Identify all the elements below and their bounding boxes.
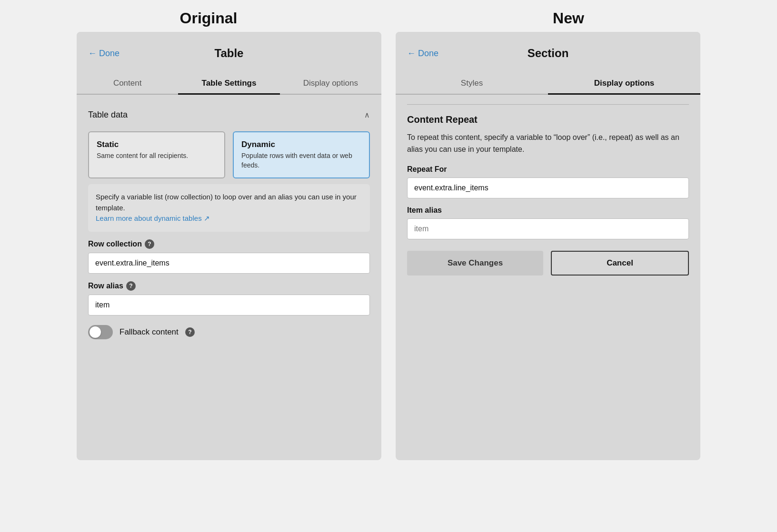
table-data-section-header: Table data ∧ <box>88 104 370 126</box>
dynamic-card[interactable]: Dynamic Populate rows with event data or… <box>233 131 370 178</box>
tab-table-settings[interactable]: Table Settings <box>178 73 279 94</box>
repeat-for-label: Repeat For <box>407 165 689 174</box>
save-changes-button[interactable]: Save Changes <box>407 251 543 276</box>
item-alias-group: Item alias <box>407 206 689 239</box>
content-repeat-desc: To repeat this content, specify a variab… <box>407 132 689 156</box>
row-collection-help-icon[interactable]: ? <box>145 239 154 249</box>
card-row: Static Same content for all recipients. … <box>88 131 370 178</box>
static-card-title: Static <box>97 140 217 149</box>
left-panel-header: ← Done Table <box>77 32 381 65</box>
left-done-link[interactable]: ← Done <box>88 49 120 59</box>
fallback-toggle-row: Fallback content ? <box>88 325 370 339</box>
tab-display-options-left[interactable]: Display options <box>280 73 381 94</box>
repeat-for-group: Repeat For <box>407 165 689 198</box>
fallback-help-icon[interactable]: ? <box>185 327 195 337</box>
tab-styles[interactable]: Styles <box>396 73 548 94</box>
toggle-knob <box>90 326 101 338</box>
dynamic-info-box: Specify a variable list (row collection)… <box>88 184 370 232</box>
left-panel-title: Table <box>215 47 244 60</box>
divider <box>407 104 689 105</box>
new-panel: ← Done Section Styles Display options Co… <box>396 32 700 460</box>
external-link-icon: ↗ <box>204 214 210 222</box>
repeat-for-input[interactable] <box>407 177 689 198</box>
row-alias-input[interactable] <box>88 295 370 315</box>
tab-display-options-right[interactable]: Display options <box>548 73 700 94</box>
table-data-label: Table data <box>88 110 128 120</box>
right-panel-body: Content Repeat To repeat this content, s… <box>396 95 700 285</box>
row-collection-input[interactable] <box>88 253 370 274</box>
right-done-link[interactable]: ← Done <box>407 49 438 59</box>
static-card-desc: Same content for all recipients. <box>97 151 217 161</box>
tab-content[interactable]: Content <box>77 73 178 94</box>
row-alias-group: Row alias ? <box>88 281 370 315</box>
right-panel-header: ← Done Section <box>396 32 700 65</box>
row-collection-group: Row collection ? <box>88 239 370 274</box>
chevron-up-icon[interactable]: ∧ <box>364 110 370 119</box>
content-repeat-title: Content Repeat <box>407 114 689 125</box>
row-alias-label: Row alias ? <box>88 281 370 291</box>
row-alias-help-icon[interactable]: ? <box>126 281 136 291</box>
item-alias-label: Item alias <box>407 206 689 215</box>
new-label: New <box>388 10 748 27</box>
dynamic-card-desc: Populate rows with event data or web fee… <box>241 151 361 170</box>
static-card[interactable]: Static Same content for all recipients. <box>88 131 225 178</box>
row-collection-label: Row collection ? <box>88 239 370 249</box>
right-panel-title: Section <box>528 47 569 60</box>
right-tabs-row: Styles Display options <box>396 73 700 95</box>
cancel-button[interactable]: Cancel <box>551 251 689 276</box>
info-text: Specify a variable list (row collection)… <box>96 193 357 212</box>
learn-more-link[interactable]: Learn more about dynamic tables ↗ <box>96 214 210 222</box>
button-row: Save Changes Cancel <box>407 251 689 276</box>
fallback-label: Fallback content <box>120 327 179 337</box>
original-label: Original <box>29 10 388 27</box>
fallback-toggle[interactable] <box>88 325 113 339</box>
left-panel-body: Table data ∧ Static Same content for all… <box>77 95 381 353</box>
left-tabs-row: Content Table Settings Display options <box>77 73 381 95</box>
dynamic-card-title: Dynamic <box>241 140 361 149</box>
item-alias-input[interactable] <box>407 218 689 239</box>
original-panel: ← Done Table Content Table Settings Disp… <box>77 32 381 460</box>
